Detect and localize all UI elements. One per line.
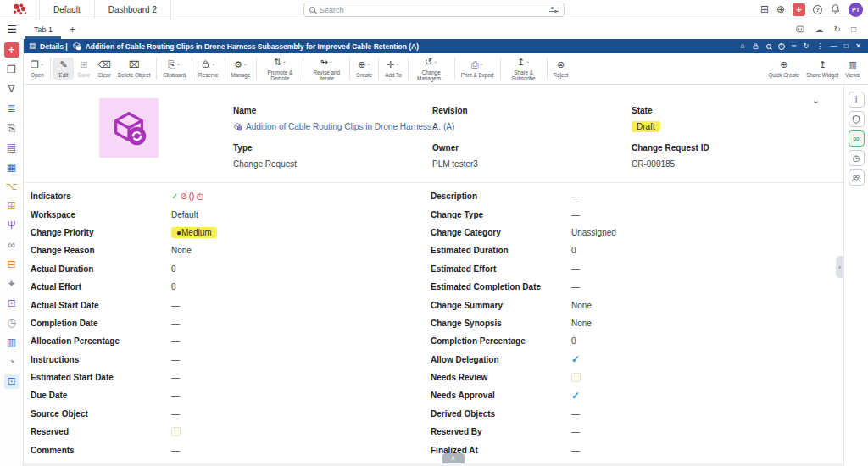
app-logo[interactable]: [0, 2, 39, 18]
assistant-robot-icon[interactable]: [795, 24, 805, 36]
print-export-button[interactable]: ⎙⌄Print & Export: [458, 58, 498, 79]
item-image[interactable]: [99, 98, 159, 158]
history-icon[interactable]: ◷: [4, 315, 19, 330]
cloud-icon[interactable]: ☁: [815, 25, 824, 34]
quick-add-button[interactable]: +: [793, 3, 805, 16]
clear-button[interactable]: ⌫Clear: [94, 58, 114, 79]
field-value: —: [571, 446, 580, 455]
shield-icon[interactable]: [849, 111, 865, 127]
workspace-tabs: Default Dashboard 2: [39, 0, 171, 19]
checkbox-unchecked[interactable]: [171, 427, 181, 436]
maximize-layout-icon[interactable]: □: [851, 25, 856, 34]
field-value[interactable]: [171, 427, 181, 436]
reject-button[interactable]: ⊗Reject: [550, 58, 572, 79]
kebab-menu-icon[interactable]: ⋮: [816, 42, 824, 50]
clipboard-button[interactable]: ⎘⌄Clipboard: [159, 58, 189, 79]
search-filters-icon[interactable]: [549, 6, 559, 14]
tables-icon[interactable]: ▦: [4, 159, 19, 175]
checked-icon[interactable]: ✓: [571, 354, 580, 364]
save-button[interactable]: ⊞Save: [74, 58, 94, 79]
field-value[interactable]: ✓: [571, 354, 580, 364]
history-icon[interactable]: ◷: [849, 150, 865, 166]
collapse-summary-chevron-icon[interactable]: ⌄: [812, 95, 820, 106]
forms-icon[interactable]: ▤: [4, 140, 19, 155]
search-icon: [309, 7, 315, 13]
details-window: ▤ Details | Addition of Cable Routing Cl…: [24, 39, 868, 466]
checkbox-unchecked[interactable]: [571, 373, 581, 382]
clipboard-icon[interactable]: ⎘: [4, 120, 19, 136]
share-widget-button[interactable]: ↥Share Widget: [803, 58, 842, 79]
filter-icon[interactable]: ∇: [4, 81, 19, 97]
add-circle-icon[interactable]: ⊕: [776, 4, 785, 14]
quick-create-button[interactable]: ⊕Quick Create: [765, 58, 803, 79]
titlebar-refresh-icon[interactable]: ↻: [804, 42, 810, 50]
views-button[interactable]: ▥Views: [842, 58, 863, 79]
field-label: Instructions: [31, 355, 171, 364]
priority-badge: ●Medium: [171, 227, 217, 238]
manage-button[interactable]: ⚙⌄Manage: [228, 58, 254, 79]
field-label: Change Reason: [31, 246, 171, 255]
field-label: Needs Review: [431, 373, 571, 382]
promote-demote-button[interactable]: ⇅⌄Promote & Demote: [259, 55, 300, 82]
grid-icon[interactable]: ⊞: [4, 198, 19, 214]
titlebar-help-icon[interactable]: ?: [778, 43, 785, 50]
scroll-up-button[interactable]: ∧: [442, 453, 465, 463]
toolbar-divider: [192, 58, 192, 80]
windows-icon[interactable]: ❐: [4, 62, 19, 77]
reserve-button[interactable]: ⌄Reserve: [195, 58, 221, 79]
chevron-down-icon: ⌄: [396, 59, 400, 68]
notifications-bell-icon[interactable]: [830, 3, 841, 16]
branch-icon[interactable]: Ψ: [4, 218, 19, 233]
calendar-icon[interactable]: ⊟: [4, 257, 19, 272]
relationships-icon[interactable]: ∞: [849, 130, 865, 147]
minimize-icon[interactable]: —: [830, 42, 837, 50]
charts-icon[interactable]: ▥: [4, 335, 19, 350]
field-value[interactable]: [571, 373, 581, 382]
monitor-icon[interactable]: ⊡: [4, 374, 19, 389]
link-icon[interactable]: ∞: [792, 42, 797, 50]
open-icon: ❐: [31, 59, 39, 70]
edit-button[interactable]: ✎Edit: [53, 58, 74, 79]
field-value[interactable]: ✓: [571, 391, 580, 401]
add-to-button[interactable]: ✛⌄Add To: [381, 58, 405, 79]
field-label: Estimated Completion Date: [431, 282, 571, 291]
user-avatar[interactable]: PT: [849, 3, 863, 17]
create-button[interactable]: ⊕⌄Create: [353, 58, 376, 79]
gauge-icon[interactable]: ◔: [4, 354, 19, 369]
workflow-icon[interactable]: ∞: [4, 237, 19, 252]
share-subscribe-button[interactable]: ↥⌄Share & Subscribe: [504, 55, 544, 82]
automation-icon[interactable]: ✦: [4, 276, 19, 291]
home-icon[interactable]: ⌂: [740, 42, 744, 50]
item-name-link[interactable]: Addition of Cable Routing Clips in Drone…: [233, 122, 454, 131]
revise-and-iterate-button[interactable]: ↬⌄Revise and Iterate: [306, 55, 347, 82]
refresh-icon[interactable]: ↻: [834, 25, 841, 34]
cards-icon[interactable]: ⊡: [4, 296, 19, 311]
team-icon[interactable]: [849, 169, 865, 186]
info-icon[interactable]: i: [849, 92, 865, 108]
maximize-icon[interactable]: □: [844, 42, 849, 50]
panel-collapse-handle[interactable]: ‹: [836, 256, 843, 278]
field-row-reserved: Reserved: [31, 423, 431, 441]
workspace-tab-dashboard2[interactable]: Dashboard 2: [95, 0, 170, 19]
checked-icon[interactable]: ✓: [571, 391, 580, 401]
add-tab-button[interactable]: +: [63, 24, 82, 36]
open-button[interactable]: ❐⌄Open: [27, 58, 47, 79]
list-icon[interactable]: ≣: [4, 101, 19, 116]
lock-icon[interactable]: [752, 42, 760, 50]
workspace-tab-default[interactable]: Default: [40, 0, 94, 19]
titlebar-search-icon[interactable]: [766, 44, 771, 49]
tab-1[interactable]: Tab 1: [24, 19, 63, 39]
field-label: Estimated Start Date: [31, 373, 171, 382]
help-icon[interactable]: ?: [813, 5, 822, 14]
delete-object-button[interactable]: ⌧Delete Object: [114, 58, 153, 79]
hamburger-menu-icon[interactable]: ☰: [0, 23, 24, 36]
field-row-estimated-duration: Estimated Duration0: [431, 241, 838, 259]
hierarchy-icon[interactable]: ⌥: [4, 179, 19, 194]
close-icon[interactable]: ✕: [855, 42, 861, 50]
change-managem-button[interactable]: ↺⌄Change Managem...: [411, 55, 452, 82]
field-value: None: [571, 319, 592, 328]
search-input[interactable]: Search: [303, 3, 565, 17]
app-switcher-icon[interactable]: ⊞: [760, 4, 769, 14]
create-new-icon[interactable]: +: [4, 42, 19, 58]
promote-demote-icon: ⇅: [274, 57, 281, 68]
